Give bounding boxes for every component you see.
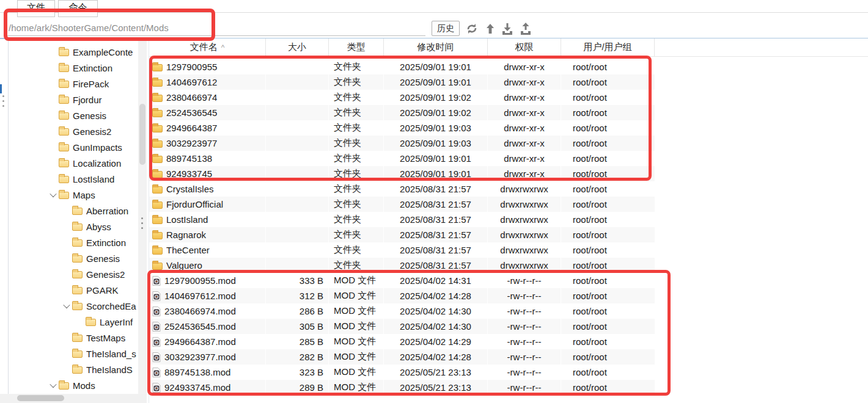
table-row[interactable]: 1404697612 文件夹 2025/09/01 19:01 drwxr-xr… (149, 74, 655, 90)
tree-vertical-scrollbar-thumb[interactable] (139, 104, 145, 165)
file-mtime: 2025/04/02 14:28 (384, 349, 488, 365)
tree-item[interactable]: FirePack (9, 76, 138, 92)
file-type: 文件夹 (329, 197, 384, 212)
menu-tab-command[interactable]: 命令 (58, 0, 98, 17)
tree-item[interactable]: TheIslandS (9, 361, 138, 377)
tree-item[interactable]: GunImpacts (9, 139, 138, 155)
file-owner: root/root (561, 151, 655, 166)
splitter-grip-icon[interactable] (2, 95, 4, 107)
table-row[interactable]: 3032923977.mod 282 B MOD 文件 2025/04/02 1… (149, 349, 655, 365)
file-name: TheCenter (166, 245, 210, 255)
table-row[interactable]: 2380466974 文件夹 2025/09/01 19:02 drwxr-xr… (149, 90, 655, 105)
column-header-type[interactable]: 类型 (329, 38, 384, 56)
tree-item[interactable]: Genesis2 (9, 123, 138, 139)
table-row[interactable]: 1297900955.mod 333 B MOD 文件 2025/04/02 1… (149, 273, 655, 288)
tree-splitter-grip-icon[interactable] (141, 217, 143, 229)
table-row[interactable]: 889745138.mod 323 B MOD 文件 2025/05/21 23… (149, 365, 655, 380)
chevron-down-icon[interactable] (48, 192, 59, 197)
tree-item-label: TheIslandS (86, 365, 133, 375)
file-permissions: drwxr-xr-x (488, 90, 561, 105)
tree-item[interactable]: Genesis (9, 107, 138, 123)
table-row[interactable]: FjordurOfficial 文件夹 2025/08/31 21:57 drw… (149, 197, 655, 212)
folder-icon (152, 231, 163, 239)
table-row[interactable]: 2949664387 文件夹 2025/09/01 19:03 drwxr-xr… (149, 120, 655, 136)
table-header-row: 文件名 ^ 大小 类型 修改时间 权限 用户/用户组 (149, 38, 868, 57)
file-owner: root/root (561, 258, 655, 273)
table-row[interactable]: 924933745.mod 289 B MOD 文件 2025/05/21 23… (149, 380, 655, 395)
tree-item[interactable]: PGARK (9, 282, 138, 298)
tree-item[interactable]: Genesis2 (9, 266, 138, 282)
tree-item[interactable]: Extinction (9, 234, 138, 250)
table-body: 1297900955 文件夹 2025/09/01 19:01 drwxr-xr… (149, 57, 868, 395)
table-row[interactable]: TheCenter 文件夹 2025/08/31 21:57 drwxrwxrw… (149, 242, 655, 258)
tree-item[interactable]: Abyss (9, 219, 138, 234)
file-size (266, 197, 329, 212)
tree-item[interactable]: Genesis (9, 250, 138, 266)
tree-vertical-scrollbar[interactable] (138, 38, 147, 394)
tree-item[interactable]: ScorchedEa (9, 298, 138, 314)
file-size: 289 B (266, 380, 329, 395)
table-row[interactable]: 2949664387.mod 285 B MOD 文件 2025/04/02 1… (149, 334, 655, 349)
tree-item[interactable]: Aberration (9, 203, 138, 219)
upload-icon[interactable] (518, 21, 533, 36)
tree-item[interactable]: LayerInf (9, 314, 138, 330)
tree-item-label: Genesis2 (86, 269, 125, 280)
path-input[interactable] (5, 20, 425, 36)
table-row[interactable]: CrystalIsles 文件夹 2025/08/31 21:57 drwxrw… (149, 181, 655, 197)
file-permissions: -rw-r--r-- (488, 303, 561, 319)
table-row[interactable]: 2524536545 文件夹 2025/09/01 19:02 drwxr-xr… (149, 105, 655, 120)
column-header-size[interactable]: 大小 (266, 38, 329, 56)
tree-item[interactable]: ExampleConte (9, 44, 138, 60)
file-mtime: 2025/04/02 14:28 (384, 288, 488, 303)
file-size: 286 B (266, 303, 329, 319)
chevron-down-icon[interactable] (48, 383, 59, 388)
history-button[interactable]: 历史 (432, 21, 460, 36)
mod-file-icon (152, 383, 161, 393)
file-size (266, 105, 329, 120)
file-permissions: drwxrwxrwx (488, 197, 561, 212)
tree-item[interactable]: Maps (9, 187, 138, 203)
tree-item[interactable]: Localization (9, 155, 138, 171)
file-type: 文件夹 (329, 166, 384, 181)
column-header-mtime[interactable]: 修改时间 (384, 38, 488, 56)
column-header-filename[interactable]: 文件名 ^ (149, 38, 266, 56)
path-toolbar: 历史 (0, 18, 868, 38)
table-row[interactable]: 889745138 文件夹 2025/09/01 19:01 drwxr-xr-… (149, 151, 655, 166)
table-row[interactable]: 1404697612.mod 312 B MOD 文件 2025/04/02 1… (149, 288, 655, 303)
tree-item[interactable]: TheIsland_s (9, 346, 138, 361)
file-manager-window: 文件 命令 历史 (0, 0, 868, 403)
file-mtime: 2025/08/31 21:57 (384, 227, 488, 242)
file-owner: root/root (561, 197, 655, 212)
file-name: 2949664387.mod (164, 336, 236, 347)
table-row[interactable]: Valguero 文件夹 2025/08/31 21:57 drwxrwxrwx… (149, 258, 655, 273)
file-name: 924933745 (166, 169, 212, 179)
table-row[interactable]: 2524536545.mod 305 B MOD 文件 2025/04/02 1… (149, 319, 655, 334)
tree-horizontal-scrollbar[interactable] (0, 394, 147, 403)
tree-item[interactable]: TestMaps (9, 330, 138, 346)
refresh-icon[interactable] (465, 21, 479, 36)
chevron-down-icon[interactable] (61, 303, 72, 308)
column-header-permissions[interactable]: 权限 (488, 38, 561, 56)
download-icon[interactable] (500, 21, 515, 36)
table-row[interactable]: 1297900955 文件夹 2025/09/01 19:01 drwxr-xr… (149, 59, 655, 74)
tree-horizontal-scrollbar-thumb[interactable] (17, 395, 64, 401)
table-row[interactable]: LostIsland 文件夹 2025/08/31 21:57 drwxrwxr… (149, 212, 655, 227)
folder-icon (59, 382, 69, 390)
tree-item-label: Extinction (73, 63, 112, 73)
table-row[interactable]: Ragnarok 文件夹 2025/08/31 21:57 drwxrwxrwx… (149, 227, 655, 242)
tree-item[interactable]: Extinction (9, 60, 138, 76)
file-permissions: -rw-r--r-- (488, 273, 561, 288)
up-directory-icon[interactable] (483, 21, 498, 36)
file-permissions: -rw-r--r-- (488, 334, 561, 349)
tree-item[interactable]: LostIsland (9, 171, 138, 187)
tree-item[interactable]: Mods (9, 377, 138, 393)
left-panel-splitter[interactable] (0, 39, 9, 403)
tree-item[interactable]: Fjordur (9, 92, 138, 107)
folder-icon (152, 200, 163, 209)
table-row[interactable]: 924933745 文件夹 2025/09/01 19:01 drwxr-xr-… (149, 166, 655, 181)
table-row[interactable]: 2380466974.mod 286 B MOD 文件 2025/04/02 1… (149, 303, 655, 319)
column-header-owner[interactable]: 用户/用户组 (561, 38, 655, 56)
menu-tab-file[interactable]: 文件 (17, 0, 55, 17)
table-row[interactable]: 3032923977 文件夹 2025/09/01 19:03 drwxr-xr… (149, 136, 655, 151)
folder-icon (152, 261, 163, 270)
